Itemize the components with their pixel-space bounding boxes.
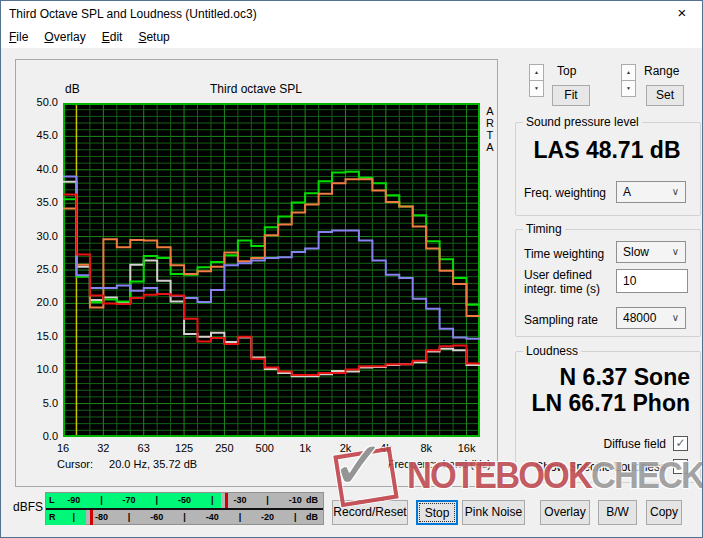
x-tick-label: 63 bbox=[124, 442, 164, 454]
meter-tick: | bbox=[239, 512, 242, 522]
chevron-down-icon: ∨ bbox=[672, 308, 679, 328]
meter-peak-indicator bbox=[90, 510, 93, 525]
sampling-rate-label: Sampling rate bbox=[524, 313, 598, 327]
cursor-label: Cursor: bbox=[57, 458, 93, 470]
top-spin-down-icon[interactable]: ▼ bbox=[529, 80, 544, 97]
meter-tick: | bbox=[266, 495, 269, 505]
x-tick-label: 4k bbox=[366, 442, 406, 454]
top-label: Top bbox=[557, 64, 576, 78]
diffuse-field-label: Diffuse field bbox=[604, 437, 666, 451]
meter-tick: | bbox=[128, 512, 131, 522]
diffuse-field-checkbox[interactable]: ✓ bbox=[673, 436, 688, 451]
range-spin-down-icon[interactable]: ▼ bbox=[621, 80, 636, 97]
level-meter: L-90-70-50-30-10||||dBR-80-60-40-20|||||… bbox=[45, 492, 324, 525]
menu-bar: FileOverlayEditSetup bbox=[1, 27, 702, 48]
integr-time-label-line1: User defined bbox=[524, 268, 592, 282]
chart-title: Third octave SPL bbox=[106, 82, 406, 96]
spl-value: LAS 48.71 dB bbox=[516, 137, 698, 164]
sampling-rate-select[interactable]: 48000 ∨ bbox=[616, 307, 686, 329]
meter-unit-label: dB bbox=[306, 512, 318, 522]
meter-scale-label: -20 bbox=[261, 512, 274, 522]
menu-item-setup[interactable]: Setup bbox=[130, 27, 177, 48]
meter-tick: | bbox=[183, 512, 186, 522]
integr-time-input[interactable]: 10 bbox=[616, 269, 688, 293]
loudness-sone-value: N 6.37 Sone bbox=[560, 364, 690, 391]
integr-time-label-line2: integr. time (s) bbox=[524, 282, 600, 296]
window-title: Third Octave SPL and Loudness (Untitled.… bbox=[9, 7, 257, 21]
time-weighting-select[interactable]: Slow ∨ bbox=[616, 241, 686, 263]
menu-item-edit[interactable]: Edit bbox=[94, 27, 131, 48]
timing-groupbox: Timing Time weighting Slow ∨ User define… bbox=[515, 229, 701, 337]
meter-tick: | bbox=[211, 495, 214, 505]
x-tick-label: 2k bbox=[325, 442, 365, 454]
meter-peak-indicator bbox=[225, 493, 228, 508]
title-bar: Third Octave SPL and Loudness (Untitled.… bbox=[1, 1, 702, 27]
range-spinner[interactable]: ▲ ▼ bbox=[621, 64, 636, 98]
y-tick-label: 40.0 bbox=[20, 163, 58, 175]
meter-row-l: L-90-70-50-30-10||||dB bbox=[46, 493, 323, 508]
chart-panel: dB Third octave SPL ARTA 50.045.040.035.… bbox=[15, 59, 498, 487]
spl-groupbox: Sound pressure level LAS 48.71 dB Freq. … bbox=[515, 122, 701, 216]
sampling-rate-value: 48000 bbox=[623, 311, 656, 325]
meter-unit-label: dB bbox=[306, 495, 318, 505]
stop-button[interactable]: Stop bbox=[416, 500, 458, 525]
y-tick-label: 0.0 bbox=[20, 430, 58, 442]
cursor-readout: Cursor:20.0 Hz, 35.72 dB bbox=[57, 458, 197, 470]
close-button[interactable]: × bbox=[662, 1, 702, 27]
meter-channel-label: L bbox=[49, 495, 55, 505]
fit-button[interactable]: Fit bbox=[552, 85, 590, 106]
meter-tick: | bbox=[294, 512, 297, 522]
pink-noise-button[interactable]: Pink Noise bbox=[462, 500, 525, 525]
y-tick-label: 25.0 bbox=[20, 263, 58, 275]
y-axis-unit-label: dB bbox=[65, 82, 80, 96]
show-specific-loudness-label: Show Specific Loudness bbox=[535, 460, 666, 474]
range-spin-up-icon[interactable]: ▲ bbox=[621, 64, 636, 81]
y-tick-label: 15.0 bbox=[20, 330, 58, 342]
arta-logo-label: ARTA bbox=[486, 105, 494, 153]
freq-weighting-label: Freq. weighting bbox=[524, 186, 606, 200]
spl-plot[interactable] bbox=[63, 103, 480, 437]
x-tick-label: 125 bbox=[164, 442, 204, 454]
meter-scale-label: -10 bbox=[289, 495, 302, 505]
meter-channel-label: R bbox=[49, 512, 56, 522]
meter-scale-label: -90 bbox=[67, 495, 80, 505]
meter-tick: | bbox=[156, 495, 159, 505]
menu-item-overlay[interactable]: Overlay bbox=[36, 27, 93, 48]
meter-scale-label: -30 bbox=[233, 495, 246, 505]
meter-row-r: R-80-60-40-20|||||dB bbox=[46, 510, 323, 525]
range-label: Range bbox=[644, 64, 679, 78]
time-weighting-value: Slow bbox=[623, 245, 649, 259]
y-tick-label: 45.0 bbox=[20, 129, 58, 141]
bw-button[interactable]: B/W bbox=[598, 500, 637, 525]
meter-tick: | bbox=[100, 495, 103, 505]
dbfs-label: dBFS bbox=[13, 500, 43, 514]
x-tick-label: 16 bbox=[43, 442, 83, 454]
meter-tick: | bbox=[72, 512, 75, 522]
x-tick-label: 250 bbox=[204, 442, 244, 454]
time-weighting-label: Time weighting bbox=[524, 247, 604, 261]
freq-weighting-select[interactable]: A ∨ bbox=[616, 181, 686, 203]
y-tick-label: 30.0 bbox=[20, 230, 58, 242]
top-spin-up-icon[interactable]: ▲ bbox=[529, 64, 544, 81]
copy-button[interactable]: Copy bbox=[646, 500, 682, 525]
meter-scale-label: -70 bbox=[123, 495, 136, 505]
meter-divider bbox=[46, 508, 323, 510]
y-tick-label: 20.0 bbox=[20, 296, 58, 308]
meter-scale-label: -50 bbox=[178, 495, 191, 505]
overlay-button[interactable]: Overlay bbox=[540, 500, 590, 525]
loudness-groupbox: Loudness N 6.37 Sone LN 66.71 Phon Diffu… bbox=[515, 351, 701, 483]
spl-group-legend: Sound pressure level bbox=[523, 115, 642, 129]
x-tick-label: 32 bbox=[83, 442, 123, 454]
show-specific-loudness-checkbox[interactable] bbox=[673, 459, 688, 474]
x-tick-label: 1k bbox=[285, 442, 325, 454]
chevron-down-icon: ∨ bbox=[672, 242, 679, 262]
timing-group-legend: Timing bbox=[523, 222, 565, 236]
menu-item-file[interactable]: File bbox=[1, 27, 36, 48]
top-spinner[interactable]: ▲ ▼ bbox=[529, 64, 544, 98]
set-button[interactable]: Set bbox=[646, 85, 684, 106]
record-reset-button[interactable]: Record/Reset bbox=[332, 500, 408, 525]
spl-plot-canvas[interactable] bbox=[63, 103, 480, 437]
chevron-down-icon: ∨ bbox=[672, 182, 679, 202]
meter-scale-label: -60 bbox=[150, 512, 163, 522]
y-tick-label: 10.0 bbox=[20, 363, 58, 375]
